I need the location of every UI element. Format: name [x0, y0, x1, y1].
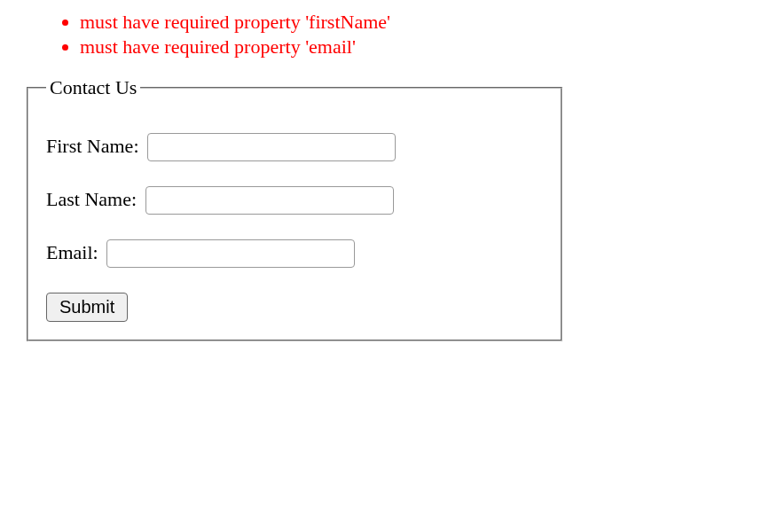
last-name-row: Last Name: — [46, 186, 543, 215]
contact-us-fieldset: Contact Us First Name: Last Name: Email:… — [27, 76, 562, 341]
first-name-input[interactable] — [147, 133, 396, 161]
first-name-row: First Name: — [46, 133, 543, 161]
validation-error-item: must have required property 'email' — [80, 35, 743, 59]
first-name-label: First Name: — [46, 135, 139, 157]
validation-error-list: must have required property 'firstName' … — [27, 11, 743, 59]
email-label: Email: — [46, 241, 98, 263]
last-name-label: Last Name: — [46, 188, 137, 210]
submit-row: Submit — [46, 293, 543, 322]
email-row: Email: — [46, 239, 543, 268]
validation-error-item: must have required property 'firstName' — [80, 11, 743, 34]
fieldset-legend: Contact Us — [46, 76, 140, 99]
submit-button[interactable]: Submit — [46, 293, 128, 322]
email-input[interactable] — [106, 239, 355, 268]
last-name-input[interactable] — [145, 186, 394, 215]
